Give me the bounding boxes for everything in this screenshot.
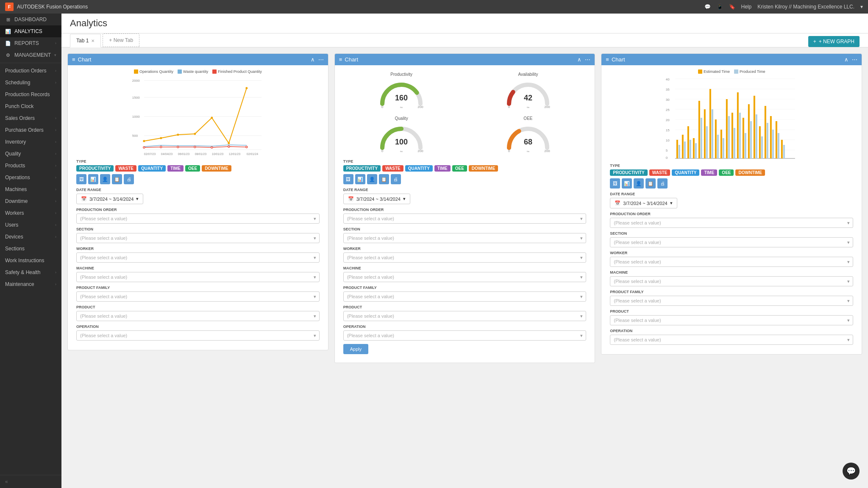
- sidebar-item-workers[interactable]: Workers ›: [0, 207, 61, 219]
- badge-downtime[interactable]: DOWNTIME: [469, 165, 498, 172]
- badge-downtime[interactable]: DOWNTIME: [735, 169, 765, 176]
- chart-type-icon-1[interactable]: 🖼: [343, 174, 353, 184]
- badge-time[interactable]: TIME: [167, 165, 184, 172]
- worker-select[interactable]: (Please select a value): [76, 252, 320, 263]
- chart-type-icon-2[interactable]: 📊: [622, 178, 632, 189]
- badge-oee[interactable]: OEE: [452, 165, 467, 172]
- chart-type-icon-5[interactable]: 🖨: [657, 178, 668, 189]
- badge-waste[interactable]: WASTE: [382, 165, 403, 172]
- sidebar-item-reports[interactable]: 📄 REPORTS ›: [0, 37, 61, 49]
- sidebar-item-scheduling[interactable]: Scheduling ›: [0, 77, 61, 89]
- badge-waste[interactable]: WASTE: [649, 169, 670, 176]
- sidebar-item-sections[interactable]: Sections: [0, 243, 61, 255]
- badge-quantity[interactable]: QUANTITY: [405, 165, 433, 172]
- worker-select[interactable]: (Please select a value): [343, 252, 587, 263]
- product-select[interactable]: (Please select a value): [343, 311, 587, 321]
- sidebar-item-production-orders[interactable]: Production Orders ›: [0, 65, 61, 77]
- chat-button[interactable]: 💬: [843, 463, 860, 480]
- production-order-select[interactable]: (Please select a value): [76, 214, 320, 224]
- badge-productivity[interactable]: PRODUCTIVITY: [343, 165, 381, 172]
- chart-type-icon-3[interactable]: 👤: [634, 178, 644, 189]
- date-range-button-3[interactable]: 📅 3/7/2024 ~ 3/14/2024 ▾: [610, 198, 677, 208]
- product-family-select[interactable]: (Please select a value): [343, 291, 587, 302]
- more-icon[interactable]: ⋯: [318, 56, 324, 63]
- product-family-select[interactable]: (Please select a value): [76, 291, 320, 302]
- sidebar-item-maintenance[interactable]: Maintenance ›: [0, 278, 61, 290]
- chevron-down-icon: ▾: [403, 196, 406, 202]
- chart-type-icon-3[interactable]: 👤: [367, 174, 377, 184]
- operation-select[interactable]: (Please select a value): [343, 330, 587, 341]
- sidebar-item-downtime[interactable]: Downtime ›: [0, 195, 61, 207]
- user-chevron-icon[interactable]: ▾: [860, 4, 863, 10]
- production-order-select[interactable]: (Please select a value): [343, 214, 587, 224]
- user-menu[interactable]: Kristen Kilroy // Machining Excellence L…: [757, 4, 854, 10]
- more-icon[interactable]: ⋯: [852, 56, 857, 63]
- badge-productivity[interactable]: PRODUCTIVITY: [610, 169, 647, 176]
- production-order-select[interactable]: (Please select a value): [610, 218, 853, 228]
- badge-waste[interactable]: WASTE: [115, 165, 136, 172]
- collapse-icon[interactable]: ∧: [311, 56, 315, 63]
- help-link[interactable]: Help: [741, 4, 752, 10]
- chart-type-icon-2[interactable]: 📊: [355, 174, 365, 184]
- badge-downtime[interactable]: DOWNTIME: [202, 165, 231, 172]
- badge-quantity[interactable]: QUANTITY: [138, 165, 166, 172]
- chat-icon[interactable]: 💬: [704, 4, 711, 10]
- sidebar-item-devices[interactable]: Devices ›: [0, 231, 61, 243]
- product-family-select[interactable]: (Please select a value): [610, 296, 853, 306]
- badge-productivity[interactable]: PRODUCTIVITY: [76, 165, 114, 172]
- chart-type-icon-4[interactable]: 📋: [379, 174, 389, 184]
- chart-type-icon-4[interactable]: 📋: [645, 178, 656, 189]
- sidebar-item-punch-clock[interactable]: Punch Clock: [0, 100, 61, 112]
- sidebar-item-operations[interactable]: Operations ›: [0, 172, 61, 183]
- product-select[interactable]: (Please select a value): [610, 315, 853, 325]
- sidebar-collapse-button[interactable]: «: [0, 475, 61, 488]
- collapse-icon[interactable]: ∧: [844, 56, 849, 63]
- date-range-button-2[interactable]: 📅 3/7/2024 ~ 3/14/2024 ▾: [343, 194, 410, 204]
- sidebar-item-dashboard[interactable]: ⊞ DASHBOARD: [0, 14, 61, 25]
- sidebar-item-production-records[interactable]: Production Records: [0, 89, 61, 100]
- sidebar-item-work-instructions[interactable]: Work Instructions: [0, 255, 61, 266]
- sidebar-item-sales-orders[interactable]: Sales Orders ›: [0, 112, 61, 124]
- badge-quantity[interactable]: QUANTITY: [672, 169, 699, 176]
- new-graph-button[interactable]: + + NEW GRAPH: [808, 36, 860, 47]
- more-icon[interactable]: ⋯: [585, 56, 590, 63]
- chart-type-icon-5[interactable]: 🖨: [391, 174, 401, 184]
- sidebar-item-quality[interactable]: Quality ›: [0, 148, 61, 160]
- badge-time[interactable]: TIME: [701, 169, 717, 176]
- tab-new[interactable]: + New Tab: [103, 33, 139, 47]
- product-select[interactable]: (Please select a value): [76, 311, 320, 321]
- sidebar-item-purchase-orders[interactable]: Purchase Orders ›: [0, 124, 61, 136]
- machine-select[interactable]: (Please select a value): [343, 272, 587, 282]
- badge-oee[interactable]: OEE: [185, 165, 200, 172]
- tab-close-icon[interactable]: ✕: [91, 39, 95, 43]
- chart-type-icon-4[interactable]: 📋: [112, 174, 122, 184]
- chart-type-icon-3[interactable]: 👤: [100, 174, 110, 184]
- chart-type-icon-5[interactable]: 🖨: [124, 174, 134, 184]
- section-select[interactable]: (Please select a value): [343, 233, 587, 243]
- section-select[interactable]: (Please select a value): [76, 233, 320, 243]
- tab-1[interactable]: Tab 1 ✕: [70, 34, 101, 47]
- sidebar-item-safety-health[interactable]: Safety & Health ›: [0, 266, 61, 278]
- chart-type-icon-2[interactable]: 📊: [88, 174, 98, 184]
- chart-type-icon-1[interactable]: 🖼: [76, 174, 86, 184]
- chart-type-icon-1[interactable]: 🖼: [610, 178, 620, 189]
- sidebar-item-inventory[interactable]: Inventory ›: [0, 136, 61, 148]
- operation-select[interactable]: (Please select a value): [610, 335, 853, 345]
- apply-filter-button[interactable]: Apply: [343, 344, 369, 354]
- machine-select[interactable]: (Please select a value): [76, 272, 320, 282]
- mobile-icon[interactable]: 📱: [717, 4, 723, 10]
- badge-time[interactable]: TIME: [434, 165, 451, 172]
- operation-select[interactable]: (Please select a value): [76, 330, 320, 341]
- bookmark-icon[interactable]: 🔖: [729, 4, 735, 10]
- date-range-button-1[interactable]: 📅 3/7/2024 ~ 3/14/2024 ▾: [76, 194, 143, 204]
- sidebar-item-analytics[interactable]: 📊 ANALYTICS: [0, 25, 61, 37]
- collapse-icon[interactable]: ∧: [577, 56, 581, 63]
- section-select[interactable]: (Please select a value): [610, 237, 853, 247]
- worker-select[interactable]: (Please select a value): [610, 257, 853, 267]
- sidebar-item-management[interactable]: ⚙ MANAGEMENT ▾: [0, 49, 61, 61]
- machine-select[interactable]: (Please select a value): [610, 276, 853, 286]
- sidebar-item-users[interactable]: Users ›: [0, 219, 61, 231]
- badge-oee[interactable]: OEE: [719, 169, 734, 176]
- sidebar-item-products[interactable]: Products ›: [0, 160, 61, 172]
- sidebar-item-machines[interactable]: Machines ›: [0, 183, 61, 195]
